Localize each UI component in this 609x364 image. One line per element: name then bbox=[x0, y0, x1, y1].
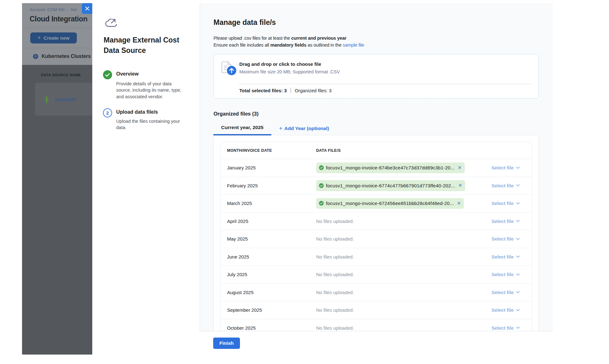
check-circle-icon bbox=[319, 183, 324, 188]
create-new-button[interactable]: + Create new bbox=[30, 32, 77, 43]
remove-file-icon[interactable]: × bbox=[457, 200, 461, 206]
total-selected-files: Total selected files: 3 bbox=[239, 88, 287, 93]
table-row: January 2025 focusv1_mongo-invoice-674be… bbox=[221, 159, 532, 177]
upload-instructions: Please upload .csv files for at least th… bbox=[213, 35, 364, 48]
select-file-label: Select file bbox=[492, 236, 514, 242]
monthly-files-table: MONTH/INVOICE DATE DATA FILE/S January 2… bbox=[220, 142, 532, 337]
select-file-dropdown[interactable]: Select file bbox=[478, 165, 520, 170]
chevron-down-icon bbox=[516, 273, 520, 276]
month-cell: March 2025 bbox=[227, 201, 316, 206]
remove-file-icon[interactable]: × bbox=[458, 164, 462, 171]
select-file-dropdown[interactable]: Select file bbox=[478, 236, 520, 242]
select-file-dropdown[interactable]: Select file bbox=[478, 201, 520, 206]
select-file-label: Select file bbox=[492, 165, 514, 170]
dropzone-title: Drag and drop or click to choose file bbox=[239, 61, 321, 67]
select-file-label: Select file bbox=[492, 254, 514, 259]
select-file-dropdown[interactable]: Select file bbox=[478, 307, 520, 313]
month-column-header: MONTH/INVOICE DATE bbox=[227, 148, 316, 153]
month-cell: April 2025 bbox=[227, 219, 316, 224]
select-file-dropdown[interactable]: Select file bbox=[478, 183, 520, 188]
table-row: May 2025 No files uploaded. Select file bbox=[221, 230, 532, 248]
kubernetes-clusters-tab[interactable]: Kubernetes Clusters bbox=[33, 48, 91, 65]
step-upload-description: Upload the files containing your data. bbox=[116, 118, 185, 131]
table-row: February 2025 focusv1_mongo-invoice-6774… bbox=[221, 177, 532, 195]
table-row: September 2025 No files uploaded. Select… bbox=[221, 301, 532, 319]
table-row: June 2025 No files uploaded. Select file bbox=[221, 248, 532, 266]
check-circle-icon bbox=[319, 165, 324, 170]
drawer-close-button[interactable] bbox=[82, 3, 92, 14]
mongodb-icon bbox=[44, 95, 49, 104]
month-cell: August 2025 bbox=[227, 290, 316, 295]
remove-file-icon[interactable]: × bbox=[458, 182, 462, 188]
breadcrumb-section-link[interactable]: Set bbox=[71, 7, 77, 12]
instructions-line-2: Ensure each file includes all mandatory … bbox=[213, 42, 364, 49]
month-cell: January 2025 bbox=[227, 165, 316, 170]
sample-file-link[interactable]: sample file bbox=[343, 43, 364, 48]
chevron-down-icon bbox=[516, 327, 520, 329]
select-file-label: Select file bbox=[492, 219, 514, 224]
no-files-text: No files uploaded. bbox=[316, 254, 354, 259]
dropzone-subtitle: Maximum file size 20 MB; Supported forma… bbox=[239, 69, 340, 74]
add-year-button[interactable]: +Add Year (optional) bbox=[279, 123, 329, 135]
file-cell: No files uploaded. bbox=[316, 254, 478, 259]
file-cell: No files uploaded. bbox=[316, 307, 478, 313]
select-file-dropdown[interactable]: Select file bbox=[478, 219, 520, 224]
no-files-text: No files uploaded. bbox=[316, 272, 354, 277]
month-cell: June 2025 bbox=[227, 254, 316, 259]
file-dropzone[interactable]: Drag and drop or click to choose file Ma… bbox=[213, 54, 539, 99]
month-cell: July 2025 bbox=[227, 272, 316, 277]
tab-current-year[interactable]: Current year, 2025 bbox=[213, 123, 271, 135]
cloud-export-icon bbox=[104, 18, 117, 29]
manage-data-files-panel: Manage data file/s Please upload .csv fi… bbox=[199, 3, 553, 331]
file-cell: focusv1_mongo-invoice-672456ee851bbb28c6… bbox=[316, 198, 478, 209]
chevron-down-icon bbox=[516, 238, 520, 240]
select-file-dropdown[interactable]: Select file bbox=[478, 290, 520, 295]
table-row: July 2025 No files uploaded. Select file bbox=[221, 265, 532, 283]
select-file-label: Select file bbox=[492, 183, 514, 188]
breadcrumb: Account: CCM-NG›Set bbox=[30, 7, 77, 12]
data-source-name-link[interactable]: test-jbisht bbox=[55, 97, 76, 102]
uploaded-file-chip: focusv1_mongo-invoice-6774c477b667901d77… bbox=[316, 180, 465, 191]
instructions-line-1: Please upload .csv files for at least th… bbox=[213, 35, 364, 42]
drawer-title: Manage External Cost Data Source bbox=[104, 35, 185, 56]
select-file-dropdown[interactable]: Select file bbox=[478, 325, 520, 331]
create-new-label: Create new bbox=[43, 35, 70, 41]
month-cell: September 2025 bbox=[227, 307, 316, 313]
select-file-dropdown[interactable]: Select file bbox=[478, 254, 520, 259]
select-file-label: Select file bbox=[492, 307, 514, 313]
month-cell: October 2025 bbox=[227, 325, 316, 331]
step-number-badge: 2 bbox=[103, 108, 112, 117]
file-cell: focusv1_mongo-invoice-6774c477b667901d77… bbox=[316, 180, 478, 191]
select-file-dropdown[interactable]: Select file bbox=[478, 272, 520, 277]
dropzone-divider bbox=[239, 84, 532, 84]
file-cell: No files uploaded. bbox=[316, 236, 478, 242]
select-file-label: Select file bbox=[492, 290, 514, 295]
select-file-label: Select file bbox=[492, 272, 514, 277]
year-tabs: Current year, 2025 +Add Year (optional) bbox=[213, 123, 329, 135]
file-cell: No files uploaded. bbox=[316, 272, 478, 277]
file-cell: No files uploaded. bbox=[316, 219, 478, 224]
chevron-down-icon bbox=[516, 291, 520, 293]
file-cell: No files uploaded. bbox=[316, 290, 478, 295]
plus-icon: + bbox=[37, 34, 41, 41]
close-icon bbox=[85, 6, 89, 11]
table-row: August 2025 No files uploaded. Select fi… bbox=[221, 283, 532, 301]
chevron-down-icon bbox=[516, 309, 520, 311]
dimmed-background-page: Account: CCM-NG›Set Cloud Integration + … bbox=[22, 3, 92, 355]
table-row: April 2025 No files uploaded. Select fil… bbox=[221, 212, 532, 230]
data-source-name-column-header: DATA SOURCE NAME bbox=[41, 73, 81, 77]
table-body: January 2025 focusv1_mongo-invoice-674be… bbox=[221, 159, 532, 337]
manage-data-files-title: Manage data file/s bbox=[213, 18, 276, 27]
kubernetes-clusters-label: Kubernetes Clusters bbox=[42, 54, 91, 59]
file-name: focusv1_mongo-invoice-674be3ce47c73d37dd… bbox=[326, 165, 455, 170]
breadcrumb-account-link[interactable]: Account: CCM-NG bbox=[30, 7, 65, 12]
chevron-down-icon bbox=[516, 202, 520, 205]
count-separator bbox=[291, 88, 291, 93]
manage-external-cost-drawer: Manage External Cost Data Source Overvie… bbox=[92, 3, 553, 355]
chevron-down-icon bbox=[516, 255, 520, 258]
table-header-row: MONTH/INVOICE DATE DATA FILE/S bbox=[221, 142, 532, 159]
organized-files-heading: Organized files (3) bbox=[213, 111, 259, 117]
breadcrumb-separator-icon: › bbox=[65, 8, 71, 12]
finish-button[interactable]: Finish bbox=[213, 338, 240, 349]
uploaded-file-chip: focusv1_mongo-invoice-674be3ce47c73d37dd… bbox=[316, 162, 465, 173]
